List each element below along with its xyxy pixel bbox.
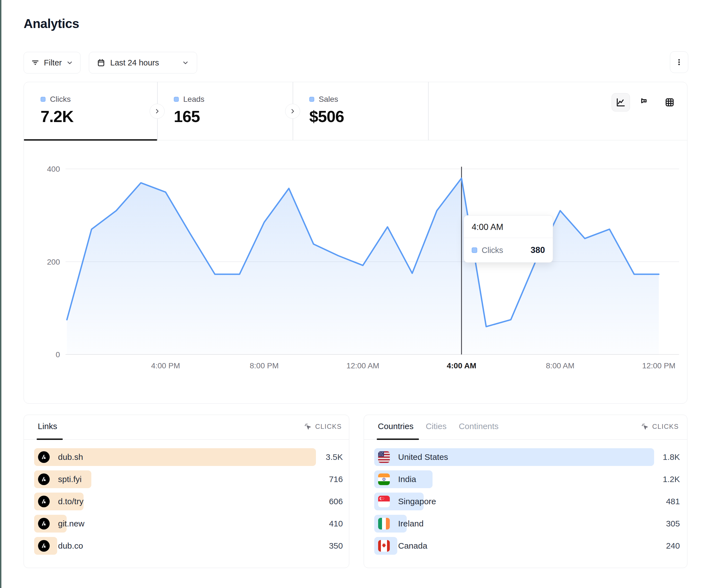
- chart-view-switcher: [611, 93, 679, 112]
- us-flag-icon: [378, 451, 390, 463]
- country-label: Singapore: [398, 497, 436, 506]
- stat-value: 165: [174, 107, 293, 126]
- link-row[interactable]: d.to/try 606: [34, 493, 343, 510]
- svg-text:4:00 AM: 4:00 AM: [447, 361, 476, 370]
- dub-logo-icon: [38, 473, 50, 485]
- table-view-button[interactable]: [661, 93, 679, 112]
- stat-label: Sales: [319, 95, 338, 104]
- clicks-metric-header[interactable]: CLICKS: [304, 423, 342, 430]
- india-flag-icon: [378, 473, 390, 485]
- dub-logo-icon: [38, 451, 50, 463]
- metric-label: CLICKS: [652, 423, 679, 430]
- svg-text:12:00 PM: 12:00 PM: [642, 361, 675, 370]
- page-edge-strip: [0, 0, 1, 588]
- country-value: 481: [666, 493, 680, 510]
- stat-value: 7.2K: [41, 107, 157, 126]
- line-chart-view-button[interactable]: [611, 93, 630, 112]
- tab-links[interactable]: Links: [38, 422, 57, 431]
- cursor-click-icon: [304, 423, 312, 430]
- country-label: India: [398, 475, 416, 484]
- dub-logo-icon: [38, 518, 50, 529]
- funnel-icon: [640, 97, 650, 108]
- tab-clicks[interactable]: Clicks 7.2K: [24, 82, 157, 140]
- countries-panel: Countries Cities Continents CLICKS: [364, 415, 687, 568]
- singapore-flag-icon: [378, 496, 390, 507]
- expand-leads-button[interactable]: [150, 104, 165, 119]
- tab-countries[interactable]: Countries: [378, 422, 413, 431]
- active-tab-underline: [377, 438, 419, 440]
- clicks-area-chart[interactable]: 02004004:00 PM8:00 PM12:00 AM4:00 AM8:00…: [24, 140, 688, 404]
- ireland-flag-icon: [378, 518, 390, 529]
- expand-sales-button[interactable]: [285, 104, 300, 119]
- line-chart-icon: [616, 97, 626, 108]
- leads-legend-chip: [174, 97, 179, 102]
- clicks-metric-header[interactable]: CLICKS: [641, 423, 679, 430]
- analytics-card: Clicks 7.2K Leads 165 Sales $506: [24, 82, 687, 404]
- country-row[interactable]: Canada 240: [374, 537, 680, 555]
- chart-tooltip: 4:00 AM Clicks 380: [464, 215, 553, 263]
- funnel-view-button[interactable]: [636, 93, 654, 112]
- tab-leads[interactable]: Leads 165: [157, 82, 293, 140]
- divider: [428, 82, 429, 140]
- link-label: d.to/try: [58, 497, 84, 506]
- svg-text:8:00 PM: 8:00 PM: [250, 361, 279, 370]
- tooltip-legend-chip: [472, 247, 477, 253]
- tab-sales[interactable]: Sales $506: [293, 82, 428, 140]
- country-value: 240: [666, 537, 680, 555]
- metric-label: CLICKS: [315, 423, 342, 430]
- svg-text:200: 200: [47, 258, 60, 266]
- date-range-button[interactable]: Last 24 hours: [89, 52, 197, 73]
- link-row[interactable]: dub.sh 3.5K: [34, 448, 343, 466]
- tab-cities[interactable]: Cities: [426, 422, 447, 431]
- tooltip-value: 380: [531, 245, 545, 255]
- link-value: 606: [329, 493, 343, 510]
- analytics-page: Analytics Filter Last 24 hours: [0, 0, 711, 588]
- stat-value: $506: [309, 107, 428, 126]
- date-range-label: Last 24 hours: [110, 58, 159, 67]
- chevron-down-icon: [66, 59, 73, 66]
- country-row[interactable]: Singapore 481: [374, 493, 680, 510]
- link-value: 350: [329, 537, 343, 555]
- stat-label: Leads: [183, 95, 204, 104]
- svg-text:400: 400: [47, 165, 60, 173]
- link-label: spti.fyi: [58, 475, 82, 484]
- filter-button[interactable]: Filter: [24, 52, 81, 73]
- chevron-down-icon: [182, 59, 189, 66]
- page-title: Analytics: [24, 16, 79, 31]
- svg-text:4:00 PM: 4:00 PM: [151, 361, 180, 370]
- tooltip-time: 4:00 AM: [464, 216, 553, 238]
- countries-rows: United States 1.8K India 1.2K: [374, 448, 680, 559]
- link-row[interactable]: spti.fyi 716: [34, 470, 343, 488]
- links-panel-header: Links CLICKS: [24, 415, 349, 439]
- links-panel: Links CLICKS: [24, 415, 349, 568]
- table-grid-icon: [664, 97, 675, 108]
- cursor-click-icon: [641, 423, 649, 430]
- link-value: 410: [329, 515, 343, 533]
- dub-logo-icon: [38, 540, 50, 552]
- link-label: dub.co: [58, 541, 83, 550]
- country-label: Canada: [398, 541, 427, 550]
- stats-row: Clicks 7.2K Leads 165 Sales $506: [24, 82, 687, 140]
- dub-logo-icon: [38, 496, 50, 507]
- countries-panel-header: Countries Cities Continents CLICKS: [364, 415, 687, 439]
- active-tab-underline: [37, 438, 63, 440]
- calendar-icon: [97, 59, 105, 67]
- link-value: 3.5K: [326, 448, 343, 466]
- svg-text:0: 0: [56, 350, 60, 359]
- country-row[interactable]: Ireland 305: [374, 515, 680, 533]
- link-row[interactable]: git.new 410: [34, 515, 343, 533]
- more-options-button[interactable]: [670, 51, 688, 73]
- country-row[interactable]: United States 1.8K: [374, 448, 680, 466]
- country-value: 1.8K: [663, 448, 680, 466]
- stat-label: Clicks: [50, 95, 71, 104]
- link-label: git.new: [58, 519, 84, 528]
- country-row[interactable]: India 1.2K: [374, 470, 680, 488]
- link-row[interactable]: dub.co 350: [34, 537, 343, 555]
- kebab-menu-icon: [675, 58, 683, 66]
- svg-text:8:00 AM: 8:00 AM: [546, 361, 575, 370]
- tab-continents[interactable]: Continents: [459, 422, 498, 431]
- svg-text:12:00 AM: 12:00 AM: [346, 361, 379, 370]
- clicks-legend-chip: [41, 97, 45, 102]
- links-rows: dub.sh 3.5K spti.fyi 716: [34, 448, 343, 559]
- filter-button-label: Filter: [44, 58, 62, 67]
